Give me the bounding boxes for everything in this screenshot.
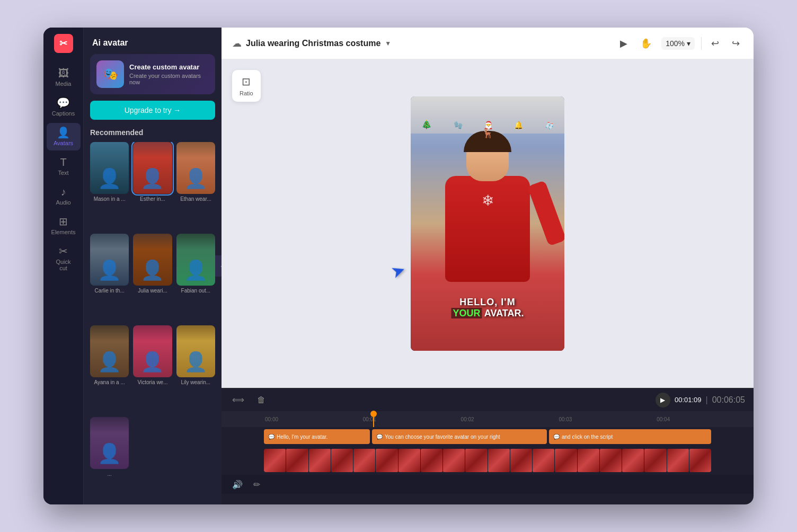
film-frame: [578, 449, 599, 472]
ruler-mark-4: 00:04: [656, 416, 754, 422]
avatar-person-lily: [176, 325, 215, 377]
trim-tool-button[interactable]: ⟺: [230, 393, 246, 407]
subtitle-line1: HELLO, I'M: [451, 297, 524, 308]
avatar-thumb-bottom1: [90, 417, 129, 469]
avatar-item-mason[interactable]: Mason in a ...: [90, 142, 129, 229]
avatar-item-ethan[interactable]: Ethan wear...: [176, 142, 215, 229]
film-frame: [331, 449, 353, 472]
sidebar-item-label: Audio: [56, 199, 70, 206]
snowflake-pattern: ❄: [482, 192, 494, 209]
cursor-pointer: ➤: [388, 259, 408, 283]
avatar-name-carlie: Carlie in th...: [90, 288, 129, 294]
ruler-mark-3: 00:03: [557, 416, 656, 422]
ruler-mark-1: 00:01: [362, 416, 460, 422]
sidebar-item-text[interactable]: T Text: [47, 153, 81, 180]
person-head: 🦌: [466, 134, 509, 181]
video-background: 🎄 🧤 🎅 🔔 🧦: [411, 96, 564, 351]
sidebar-item-label: Captions: [52, 110, 75, 117]
film-frame: [376, 449, 397, 472]
avatar-name-ethan: Ethan wear...: [176, 196, 215, 202]
video-preview: 🎄 🧤 🎅 🔔 🧦: [411, 96, 564, 351]
edit-button[interactable]: ✏: [251, 477, 262, 492]
ruler-mark-0: 00:00: [264, 416, 362, 422]
sidebar-item-audio[interactable]: ♪ Audio: [47, 182, 81, 210]
ruler-mark-2: 00:02: [460, 416, 558, 422]
film-frame: [465, 449, 487, 472]
media-icon: 🖼: [58, 68, 69, 78]
caption-clip-2[interactable]: 💬 You can choose your favorite avatar on…: [372, 429, 547, 444]
ratio-button[interactable]: ⊡ Ratio: [232, 70, 261, 102]
panel-title: Ai avatar: [84, 28, 222, 54]
project-title-area: ☁ Julia wearing Christmas costume ▼: [232, 38, 610, 49]
total-time: 00:06:05: [712, 395, 745, 405]
caption-clip-1[interactable]: 💬 Hello, I'm your avatar.: [264, 429, 370, 444]
avatar-item-victoria[interactable]: Victoria we...: [133, 325, 172, 413]
sidebar-item-elements[interactable]: ⊞ Elements: [47, 212, 81, 240]
film-frame: [644, 449, 666, 472]
redo-button[interactable]: ↪: [729, 34, 743, 52]
zoom-selector[interactable]: 100% ▾: [661, 37, 695, 50]
sidebar-item-avatars[interactable]: 👤 Avatars: [47, 123, 81, 150]
volume-button[interactable]: 🔊: [230, 477, 245, 492]
avatar-name-ayana: Ayana in a ...: [90, 379, 129, 385]
sidebar-item-quickcut[interactable]: ✂ Quick cut: [47, 242, 81, 276]
recommended-label: Recommended: [84, 128, 222, 142]
timeline-play-button[interactable]: ▶: [656, 393, 670, 407]
avatar-thumb-ethan: [176, 142, 215, 194]
ratio-label: Ratio: [240, 90, 253, 96]
caption-text-1: Hello, I'm your avatar.: [277, 434, 327, 440]
delete-clip-button[interactable]: 🗑: [255, 393, 268, 407]
caption-icon-3: 💬: [553, 434, 560, 440]
video-filmstrip: [264, 449, 711, 472]
avatar-person-esther: [133, 142, 172, 194]
film-frame: [421, 449, 442, 472]
sidebar-item-media[interactable]: 🖼 Media: [47, 64, 81, 91]
avatar-item-carlie[interactable]: Carlie in th...: [90, 234, 129, 321]
playhead[interactable]: [373, 411, 374, 427]
collapse-panel-button[interactable]: ‹: [215, 255, 222, 277]
avatar-grid: Mason in a ... Esther in... Ethan wear..…: [84, 142, 222, 504]
app-logo[interactable]: ✂: [54, 34, 73, 53]
avatar-thumb-victoria: [133, 325, 172, 377]
avatar-person-ethan: [176, 142, 215, 194]
avatar-person-fabian: [176, 234, 215, 286]
undo-button[interactable]: ↩: [708, 34, 722, 52]
upgrade-button[interactable]: Upgrade to try →: [90, 101, 215, 120]
canvas-area: ⊡ Ratio 🎄 🧤 🎅 🔔 🧦: [222, 59, 754, 388]
avatar-item-bottom1[interactable]: ...: [90, 417, 129, 504]
avatar-person-mason: [90, 142, 129, 194]
top-bar: ☁ Julia wearing Christmas costume ▼ ▶ ✋ …: [222, 28, 754, 59]
avatar-person-julia: [133, 234, 172, 286]
play-time-area: ▶ 00:01:09 | 00:06:05: [656, 393, 745, 407]
avatar-item-fabian[interactable]: Fabian out...: [176, 234, 215, 321]
chevron-down-icon[interactable]: ▼: [385, 40, 391, 47]
avatar-person-carlie: [90, 234, 129, 286]
captions-icon: 💬: [57, 97, 70, 108]
film-frame: [309, 449, 331, 472]
avatar-thumb-lily: [176, 325, 215, 377]
caption-clip-3[interactable]: 💬 and click on the script: [549, 429, 711, 444]
avatar-name-fabian: Fabian out...: [176, 288, 215, 294]
avatar-item-ayana[interactable]: Ayana in a ...: [90, 325, 129, 413]
ruler-marks: 00:00 00:01 00:02 00:03 00:04: [264, 416, 754, 422]
film-frame: [264, 449, 286, 472]
avatar-person-victoria: [133, 325, 172, 377]
project-name: Julia wearing Christmas costume: [246, 39, 380, 48]
custom-avatar-card[interactable]: 🎭 Create custom avatar Create your custo…: [90, 54, 215, 94]
play-action-button[interactable]: ▶: [617, 34, 631, 52]
avatar-item-esther[interactable]: Esther in...: [133, 142, 172, 229]
quickcut-icon: ✂: [59, 246, 68, 256]
film-frame: [286, 449, 308, 472]
avatars-icon: 👤: [57, 127, 70, 138]
avatar-name-julia: Julia weari...: [133, 288, 172, 294]
sidebar-item-captions[interactable]: 💬 Captions: [47, 93, 81, 121]
caption-icon-2: 💬: [376, 434, 383, 440]
custom-avatar-thumbnail: 🎭: [96, 60, 124, 88]
hand-tool-button[interactable]: ✋: [637, 34, 655, 52]
panel-sidebar: Ai avatar 🎭 Create custom avatar Create …: [84, 28, 222, 504]
person-body: ❄: [445, 176, 530, 282]
avatar-item-julia[interactable]: Julia weari...: [133, 234, 172, 321]
top-bar-actions: ▶ ✋ 100% ▾ ↩ ↪: [617, 34, 743, 52]
avatar-item-lily[interactable]: Lily wearin...: [176, 325, 215, 413]
subtitle-overlay: HELLO, I'M YOUR AVATAR.: [451, 297, 524, 319]
